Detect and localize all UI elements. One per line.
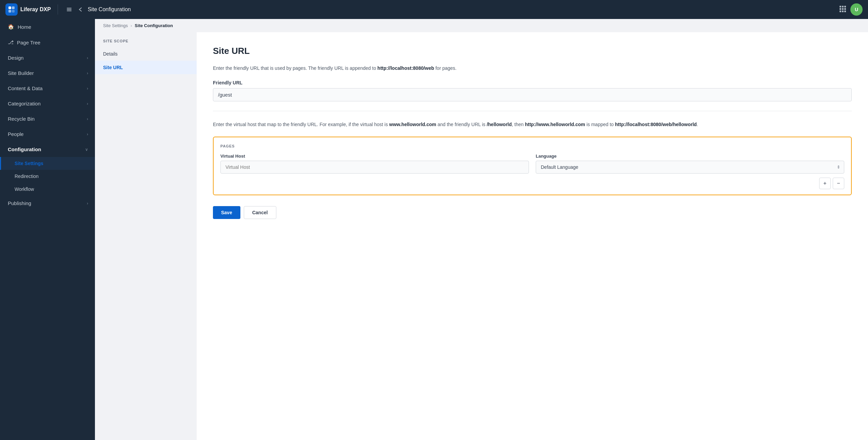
svg-rect-6 [67, 11, 72, 11]
sidebar-item-label: Recycle Bin [8, 116, 35, 122]
breadcrumb-current: Site Configuration [135, 23, 173, 28]
sidebar-item-site-builder[interactable]: Site Builder › [0, 65, 95, 81]
sidebar-item-label: Page Tree [17, 40, 40, 45]
svg-rect-10 [840, 8, 841, 10]
sidebar-item-content-data[interactable]: Content & Data › [0, 81, 95, 96]
apps-grid-icon[interactable] [839, 5, 846, 14]
sidebar-subitem-workflow[interactable]: Workflow [0, 183, 95, 196]
minus-icon: − [837, 180, 840, 186]
breadcrumb: Site Settings › Site Configuration [95, 19, 868, 32]
logo-icon [5, 3, 18, 16]
sidebar-item-categorization[interactable]: Categorization › [0, 96, 95, 111]
virtual-host-description: Enter the virtual host that map to the f… [213, 121, 852, 128]
language-select[interactable]: Default Language English (United States)… [536, 161, 844, 174]
pages-box-title: PAGES [220, 144, 844, 148]
topbar: Liferay DXP Site Configuration [0, 0, 868, 19]
friendly-url-label: Friendly URL [213, 80, 852, 85]
sidebar-item-label: Publishing [8, 200, 31, 206]
sidebar-item-label: Design [8, 55, 24, 61]
avatar-initials: U [855, 7, 858, 12]
svg-rect-13 [840, 11, 841, 12]
chevron-right-icon: › [87, 101, 88, 106]
sidebar-item-label: Home [18, 24, 31, 30]
topbar-nav: Site Configuration [65, 5, 131, 14]
language-field-label: Language [536, 154, 844, 159]
save-button[interactable]: Save [213, 206, 240, 219]
chevron-right-icon: › [87, 86, 88, 91]
friendly-url-input[interactable] [213, 88, 852, 101]
sidebar-subitem-label: Workflow [15, 186, 34, 192]
sidebar-subitem-label: Redirection [15, 174, 39, 179]
sidebar-item-label: Content & Data [8, 85, 43, 91]
sidebar-item-design[interactable]: Design › [0, 50, 95, 65]
cancel-button[interactable]: Cancel [244, 206, 276, 219]
user-avatar[interactable]: U [850, 3, 863, 16]
chevron-right-icon: › [87, 56, 88, 60]
sidebar-subitem-redirection[interactable]: Redirection [0, 170, 95, 183]
svg-rect-4 [67, 8, 72, 8]
friendly-url-description: Enter the friendly URL that is used by p… [213, 64, 852, 72]
svg-rect-2 [8, 10, 11, 13]
sidebar-subitem-site-settings[interactable]: Site Settings [0, 157, 95, 170]
left-nav-site-url-label: Site URL [103, 65, 123, 70]
page-title: Site URL [213, 46, 852, 56]
layout: 🏠 Home ⎇ Page Tree Design › Site Builder… [0, 19, 868, 440]
pages-box: PAGES Virtual Host Language Default Lang… [213, 137, 852, 195]
svg-rect-14 [842, 11, 844, 12]
virtual-host-input[interactable] [220, 161, 529, 174]
left-nav-site-url[interactable]: Site URL [95, 61, 197, 74]
left-nav-details[interactable]: Details [95, 47, 197, 61]
vh-example-path: /helloworld [487, 122, 512, 127]
sidebar-item-page-tree-left: ⎇ Page Tree [8, 39, 40, 45]
chevron-right-icon: › [87, 71, 88, 76]
remove-virtual-host-button[interactable]: − [833, 178, 844, 189]
sidebar-item-people[interactable]: People › [0, 126, 95, 142]
topbar-left: Liferay DXP Site Configuration [5, 3, 131, 16]
topbar-divider [58, 4, 58, 15]
content-area: Site Settings › Site Configuration SITE … [95, 19, 868, 440]
app-name: Liferay DXP [20, 6, 51, 13]
friendly-url-base-url: http://localhost:8080/web [377, 65, 434, 71]
scope-label: SITE SCOPE [95, 39, 197, 47]
sidebar-item-home[interactable]: 🏠 Home [0, 19, 95, 35]
sidebar-item-publishing[interactable]: Publishing › [0, 196, 95, 211]
back-button[interactable] [76, 5, 85, 14]
topbar-page-title: Site Configuration [88, 6, 131, 13]
sidebar-item-configuration[interactable]: Configuration ∨ [0, 142, 95, 157]
svg-rect-1 [12, 6, 15, 9]
chevron-right-icon: › [87, 132, 88, 137]
svg-rect-11 [842, 8, 844, 10]
virtual-host-field: Virtual Host [220, 154, 529, 174]
vh-example-host: www.helloworld.com [389, 122, 436, 127]
breadcrumb-parent[interactable]: Site Settings [103, 23, 128, 28]
chevron-down-icon: ∨ [85, 147, 88, 152]
page-tree-icon: ⎇ [8, 39, 14, 45]
svg-rect-8 [842, 6, 844, 7]
svg-rect-15 [844, 11, 846, 12]
add-virtual-host-button[interactable]: + [819, 178, 831, 189]
friendly-url-desc-part2: for pages. [434, 65, 456, 71]
sidebar: 🏠 Home ⎇ Page Tree Design › Site Builder… [0, 19, 95, 440]
vh-example-url2: http://localhost:8080/web/helloworld [615, 122, 697, 127]
section-divider [213, 111, 852, 111]
svg-rect-3 [12, 10, 15, 13]
svg-rect-12 [844, 8, 846, 10]
chevron-right-icon: › [87, 117, 88, 121]
sidebar-item-recycle-bin[interactable]: Recycle Bin › [0, 111, 95, 126]
bottom-actions: Save Cancel [213, 206, 852, 219]
vh-example-url1: http://www.helloworld.com [525, 122, 585, 127]
sidebar-item-label: Configuration [8, 146, 41, 152]
pages-fields-row: Virtual Host Language Default Language E… [220, 154, 844, 174]
left-panel: SITE SCOPE Details Site URL [95, 32, 197, 440]
language-select-wrapper: Default Language English (United States)… [536, 161, 844, 174]
svg-rect-5 [67, 9, 72, 10]
sidebar-item-page-tree[interactable]: ⎇ Page Tree [0, 35, 95, 50]
sidebar-toggle-button[interactable] [65, 5, 74, 14]
chevron-right-icon: › [87, 201, 88, 206]
sidebar-item-label: Site Builder [8, 70, 34, 76]
breadcrumb-separator: › [131, 23, 132, 28]
sidebar-subitem-label: Site Settings [15, 161, 43, 166]
app-logo: Liferay DXP [5, 3, 51, 16]
plus-icon: + [823, 180, 826, 186]
home-icon: 🏠 [8, 24, 14, 30]
